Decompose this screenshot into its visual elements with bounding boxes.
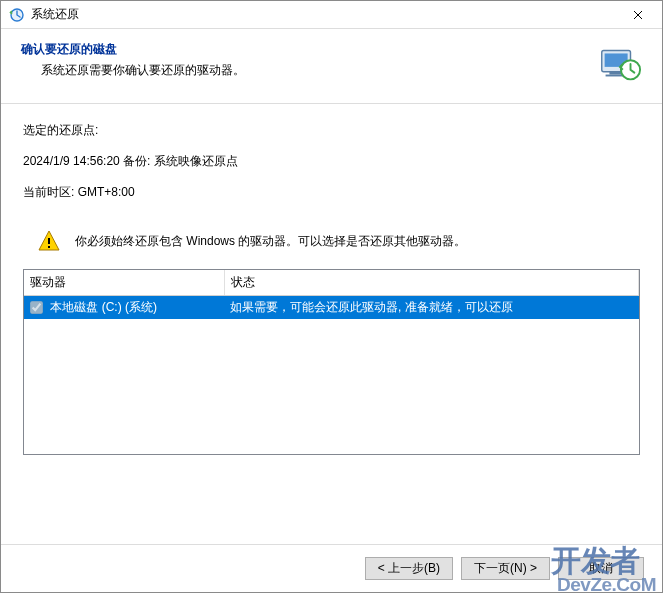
back-button[interactable]: < 上一步(B) xyxy=(365,557,453,580)
titlebar: 系统还原 xyxy=(1,1,662,29)
col-header-drive[interactable]: 驱动器 xyxy=(24,270,224,296)
table-row[interactable]: 本地磁盘 (C:) (系统) 如果需要，可能会还原此驱动器, 准备就绪，可以还原 xyxy=(24,296,639,320)
warning-row: 你必须始终还原包含 Windows 的驱动器。可以选择是否还原其他驱动器。 xyxy=(23,229,640,253)
header-title: 确认要还原的磁盘 xyxy=(21,41,584,58)
selected-restore-point-label: 选定的还原点: xyxy=(23,122,640,139)
svg-rect-6 xyxy=(48,238,50,244)
close-button[interactable] xyxy=(622,1,654,28)
restore-point-info: 2024/1/9 14:56:20 备份: 系统映像还原点 xyxy=(23,153,640,170)
warning-text: 你必须始终还原包含 Windows 的驱动器。可以选择是否还原其他驱动器。 xyxy=(75,233,466,250)
header-subtitle: 系统还原需要你确认要还原的驱动器。 xyxy=(21,62,584,79)
wizard-footer: < 上一步(B) 下一页(N) > 取消 开发者 DevZe.CoM xyxy=(1,544,662,592)
drive-name: 本地磁盘 (C:) (系统) xyxy=(50,300,157,314)
svg-rect-7 xyxy=(48,246,50,248)
content-area: 选定的还原点: 2024/1/9 14:56:20 备份: 系统映像还原点 当前… xyxy=(1,104,662,544)
drive-status: 如果需要，可能会还原此驱动器, 准备就绪，可以还原 xyxy=(224,296,639,320)
restore-icon xyxy=(596,41,642,87)
header-text: 确认要还原的磁盘 系统还原需要你确认要还原的驱动器。 xyxy=(21,41,584,79)
window-title: 系统还原 xyxy=(31,6,622,23)
warning-icon xyxy=(37,229,61,253)
system-restore-window: 系统还原 确认要还原的磁盘 系统还原需要你确认要还原的驱动器。 选定的还原点: … xyxy=(0,0,663,593)
drive-table: 驱动器 状态 本地磁盘 (C:) (系统) 如果需要，可能会还原此驱动器, 准备… xyxy=(23,269,640,455)
wizard-header: 确认要还原的磁盘 系统还原需要你确认要还原的驱动器。 xyxy=(1,29,662,104)
cancel-button[interactable]: 取消 xyxy=(558,557,644,580)
col-header-status[interactable]: 状态 xyxy=(224,270,639,296)
next-button[interactable]: 下一页(N) > xyxy=(461,557,550,580)
drive-checkbox[interactable] xyxy=(30,301,43,314)
app-icon xyxy=(9,7,25,23)
timezone-info: 当前时区: GMT+8:00 xyxy=(23,184,640,201)
